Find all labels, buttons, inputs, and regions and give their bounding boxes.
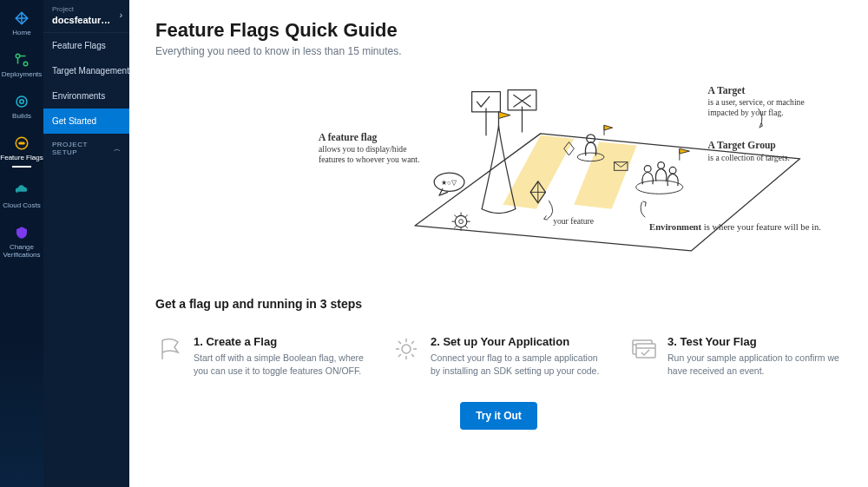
svg-point-30 [644, 166, 651, 173]
cloud-costs-icon [14, 183, 30, 199]
nav-label: Deployments [2, 70, 43, 78]
nav-feature-flags[interactable]: Feature Flags [0, 128, 43, 176]
sidebar-item-environments[interactable]: Environments [43, 83, 129, 109]
section-label: PROJECT SETUP [52, 141, 114, 156]
change-verifications-icon [14, 225, 30, 240]
sidebar-item-get-started[interactable]: Get Started [43, 109, 129, 134]
nav-builds[interactable]: Builds [0, 87, 43, 128]
nav-label: Home [12, 29, 30, 36]
svg-line-22 [465, 214, 468, 217]
project-name: docsfeatureflag [52, 15, 113, 25]
svg-point-31 [658, 162, 665, 169]
flag-outline-icon [155, 335, 183, 363]
deployments-icon [14, 52, 30, 68]
hero-ff-l1: allows you to display/hide [319, 144, 406, 154]
svg-rect-37 [636, 344, 655, 358]
step-title: 1. Create a Flag [194, 335, 368, 348]
step-setup-app: 2. Set up Your Application Connect your … [392, 335, 605, 378]
sidebar-item-feature-flags[interactable]: Feature Flags [43, 33, 129, 58]
project-label: Project [52, 5, 113, 13]
hero-ff-title: A feature flag [319, 132, 377, 143]
step-title: 2. Set up Your Application [431, 335, 605, 348]
svg-point-3 [16, 54, 20, 58]
hero-t-l1: is a user, service, or machine [708, 97, 805, 107]
step-desc: Start off with a simple Boolean flag, wh… [194, 352, 368, 378]
svg-rect-8 [18, 142, 25, 145]
builds-icon [14, 94, 30, 109]
project-selector[interactable]: Project docsfeatureflag › [43, 0, 129, 33]
step-desc: Run your sample application to confirm w… [667, 352, 842, 378]
active-underline [12, 166, 31, 168]
home-icon [14, 10, 30, 26]
svg-line-23 [454, 226, 457, 228]
step-title: 3. Test Your Flag [667, 335, 842, 348]
hero-env: Environment is where your feature will b… [649, 222, 821, 232]
hero-tg-l1: is a collection of targets. [708, 153, 790, 162]
page-title: Feature Flags Quick Guide [155, 19, 842, 42]
feature-flags-icon [14, 135, 30, 151]
svg-point-15 [459, 220, 464, 224]
sidebar: Project docsfeatureflag › Feature Flags … [43, 0, 129, 487]
steps-title: Get a flag up and running in 3 steps [155, 297, 842, 311]
hero-t-l2: impacted by your flag. [708, 108, 784, 117]
chevron-right-icon: › [120, 10, 122, 20]
nav-cloud-costs[interactable]: Cloud Costs [0, 176, 43, 218]
hero-t-title: A Target [708, 85, 746, 96]
primary-nav: Home Deployments Builds Feature Flags [0, 0, 43, 487]
nav-change-verifications[interactable]: Change Verifications [0, 218, 43, 267]
nav-label: Builds [12, 112, 31, 120]
svg-point-4 [23, 62, 28, 66]
try-it-out-button[interactable]: Try it Out [460, 402, 537, 430]
sidebar-section-project-setup[interactable]: PROJECT SETUP ︿ [43, 134, 129, 163]
step-test-flag: 3. Test Your Flag Run your sample applic… [629, 335, 842, 378]
svg-point-34 [402, 345, 411, 353]
hero-illustration: ★○▽ [155, 83, 842, 266]
hero-tg-title: A Target Group [708, 140, 776, 151]
svg-point-32 [669, 167, 676, 174]
main-content: Feature Flags Quick Guide Everything you… [129, 0, 868, 487]
sidebar-item-target-management[interactable]: Target Management [43, 58, 129, 83]
svg-point-6 [20, 100, 24, 104]
chevron-up-icon: ︿ [114, 144, 122, 154]
step-desc: Connect your flag to a sample applicatio… [431, 352, 605, 378]
browser-check-icon [629, 335, 657, 363]
hero-your-feature: your feature [553, 216, 594, 226]
gear-outline-icon [392, 335, 420, 363]
nav-label: Cloud Costs [3, 201, 41, 209]
nav-label: Feature Flags [0, 154, 43, 161]
hero-ff-l2: features to whoever you want. [319, 155, 419, 164]
nav-label: Change Verifications [0, 243, 43, 259]
page-subtitle: Everything you need to know in less than… [155, 45, 842, 57]
svg-point-14 [455, 215, 467, 227]
svg-text:★○▽: ★○▽ [441, 179, 457, 187]
step-create-flag: 1. Create a Flag Start off with a simple… [155, 335, 368, 378]
nav-deployments[interactable]: Deployments [0, 45, 43, 87]
nav-home[interactable]: Home [0, 3, 43, 45]
svg-point-5 [16, 96, 27, 107]
svg-line-21 [465, 226, 468, 228]
hero-svg: ★○▽ [155, 83, 842, 260]
svg-line-20 [454, 214, 457, 217]
steps-row: 1. Create a Flag Start off with a simple… [155, 335, 842, 378]
